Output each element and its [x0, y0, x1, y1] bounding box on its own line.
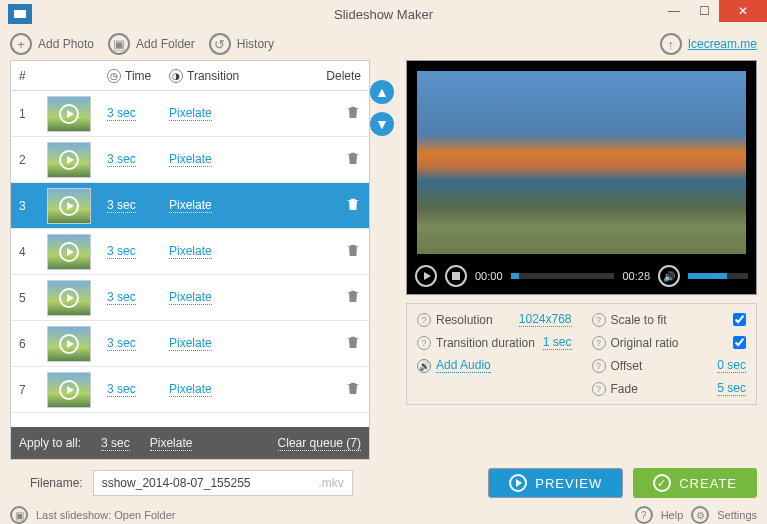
- play-icon: [59, 288, 79, 308]
- add-audio-link[interactable]: Add Audio: [436, 358, 491, 373]
- help-icon[interactable]: ?: [592, 313, 606, 327]
- clock-icon: ◷: [107, 69, 121, 83]
- help-icon[interactable]: ?: [592, 382, 606, 396]
- stop-button[interactable]: [445, 265, 467, 287]
- brand-link[interactable]: ↑ Icecream.me: [660, 33, 757, 55]
- offset-value[interactable]: 0 sec: [717, 358, 746, 373]
- time-current: 00:00: [475, 270, 503, 282]
- settings-panel: ?Resolution 1024x768 ?Scale to fit ?Tran…: [406, 303, 757, 405]
- titlebar: Slideshow Maker — ☐ ✕: [0, 0, 767, 28]
- table-row[interactable]: 43 secPixelate: [11, 229, 369, 275]
- volume-bar[interactable]: [688, 273, 748, 279]
- slide-thumbnail[interactable]: [47, 96, 91, 132]
- row-transition[interactable]: Pixelate: [169, 198, 212, 213]
- row-time[interactable]: 3 sec: [107, 382, 136, 397]
- plus-icon: +: [10, 33, 32, 55]
- play-icon: [59, 242, 79, 262]
- delete-button[interactable]: [345, 150, 361, 166]
- row-number: 5: [19, 291, 47, 305]
- history-button[interactable]: ↺ History: [209, 33, 274, 55]
- help-link[interactable]: Help: [661, 509, 684, 521]
- row-time[interactable]: 3 sec: [107, 336, 136, 351]
- progress-bar[interactable]: [511, 273, 615, 279]
- play-icon: [59, 380, 79, 400]
- help-icon[interactable]: ?: [592, 336, 606, 350]
- ratio-checkbox[interactable]: [733, 336, 746, 349]
- slide-thumbnail[interactable]: [47, 326, 91, 362]
- delete-button[interactable]: [345, 380, 361, 396]
- mute-button[interactable]: 🔊: [658, 265, 680, 287]
- header-num: #: [19, 69, 47, 83]
- row-transition[interactable]: Pixelate: [169, 152, 212, 167]
- slide-thumbnail[interactable]: [47, 188, 91, 224]
- table-row[interactable]: 73 secPixelate: [11, 367, 369, 413]
- preview-image: [417, 71, 746, 254]
- slide-thumbnail[interactable]: [47, 142, 91, 178]
- apply-all-label: Apply to all:: [19, 436, 81, 450]
- row-transition[interactable]: Pixelate: [169, 106, 212, 121]
- fade-value[interactable]: 5 sec: [717, 381, 746, 396]
- resolution-value[interactable]: 1024x768: [519, 312, 572, 327]
- delete-button[interactable]: [345, 196, 361, 212]
- transition-icon: ◑: [169, 69, 183, 83]
- row-time[interactable]: 3 sec: [107, 198, 136, 213]
- delete-button[interactable]: [345, 288, 361, 304]
- play-icon: [59, 196, 79, 216]
- row-transition[interactable]: Pixelate: [169, 382, 212, 397]
- apply-all-transition[interactable]: Pixelate: [150, 436, 193, 451]
- last-slideshow-link[interactable]: Last slideshow: Open Folder: [36, 509, 175, 521]
- preview-button[interactable]: PREVIEW: [488, 468, 623, 498]
- table-row[interactable]: 33 secPixelate: [11, 183, 369, 229]
- clear-queue-link[interactable]: Clear queue (7): [278, 436, 361, 451]
- table-row[interactable]: 53 secPixelate: [11, 275, 369, 321]
- minimize-button[interactable]: —: [659, 0, 689, 22]
- gear-icon[interactable]: ⚙: [691, 506, 709, 524]
- apply-all-time[interactable]: 3 sec: [101, 436, 130, 451]
- add-folder-button[interactable]: ▣ Add Folder: [108, 33, 195, 55]
- toolbar: + Add Photo ▣ Add Folder ↺ History ↑ Ice…: [0, 28, 767, 60]
- table-row[interactable]: 13 secPixelate: [11, 91, 369, 137]
- row-transition[interactable]: Pixelate: [169, 336, 212, 351]
- help-icon[interactable]: ?: [417, 313, 431, 327]
- preview-panel: 00:00 00:28 🔊: [406, 60, 757, 295]
- move-up-button[interactable]: ▲: [370, 80, 394, 104]
- delete-button[interactable]: [345, 242, 361, 258]
- row-transition[interactable]: Pixelate: [169, 290, 212, 305]
- settings-link[interactable]: Settings: [717, 509, 757, 521]
- add-photo-button[interactable]: + Add Photo: [10, 33, 94, 55]
- help-icon[interactable]: ?: [592, 359, 606, 373]
- play-button[interactable]: [415, 265, 437, 287]
- row-number: 7: [19, 383, 47, 397]
- table-header: # ◷Time ◑Transition Delete: [11, 61, 369, 91]
- transition-duration-value[interactable]: 1 sec: [543, 335, 572, 350]
- slide-thumbnail[interactable]: [47, 372, 91, 408]
- help-icon[interactable]: ?: [417, 336, 431, 350]
- row-time[interactable]: 3 sec: [107, 106, 136, 121]
- delete-button[interactable]: [345, 334, 361, 350]
- filename-label: Filename:: [30, 476, 83, 490]
- row-time[interactable]: 3 sec: [107, 290, 136, 305]
- play-icon: [59, 150, 79, 170]
- slide-thumbnail[interactable]: [47, 234, 91, 270]
- scale-checkbox[interactable]: [733, 313, 746, 326]
- play-icon: [59, 104, 79, 124]
- filename-input[interactable]: sshow_2014-08-07_155255 .mkv: [93, 470, 353, 496]
- play-icon: [59, 334, 79, 354]
- table-row[interactable]: 23 secPixelate: [11, 137, 369, 183]
- row-time[interactable]: 3 sec: [107, 152, 136, 167]
- slide-thumbnail[interactable]: [47, 280, 91, 316]
- create-button[interactable]: CREATE: [633, 468, 757, 498]
- maximize-button[interactable]: ☐: [689, 0, 719, 22]
- time-total: 00:28: [622, 270, 650, 282]
- header-delete: Delete: [301, 69, 361, 83]
- folder-icon[interactable]: ▣: [10, 506, 28, 524]
- help-icon[interactable]: ?: [635, 506, 653, 524]
- delete-button[interactable]: [345, 104, 361, 120]
- upload-icon: ↑: [660, 33, 682, 55]
- row-transition[interactable]: Pixelate: [169, 244, 212, 259]
- row-time[interactable]: 3 sec: [107, 244, 136, 259]
- folder-icon: ▣: [108, 33, 130, 55]
- table-row[interactable]: 63 secPixelate: [11, 321, 369, 367]
- move-down-button[interactable]: ▼: [370, 112, 394, 136]
- close-button[interactable]: ✕: [719, 0, 767, 22]
